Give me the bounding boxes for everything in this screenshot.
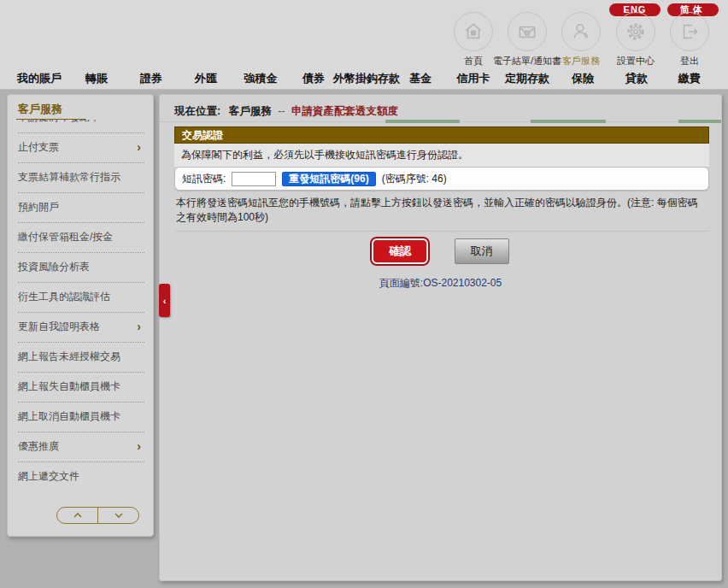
password-serial: (密碼序號: 46) — [382, 172, 447, 186]
chevron-up-icon — [72, 511, 84, 520]
divider-accent-segment — [385, 120, 460, 123]
sidebar-item-cheque-standing-instruction[interactable]: 支票結算補款常行指示 — [18, 163, 144, 193]
sidebar-menu: 申請提前印發結單 止付支票 支票結算補款常行指示 預約開戶 繳付保管箱租金/按金… — [18, 120, 144, 485]
sidebar-item-appointment-account-opening[interactable]: 預約開戶 — [18, 193, 144, 223]
nav-bonds[interactable]: 債券 — [302, 71, 325, 86]
divider-accent-segment — [531, 120, 606, 123]
page-reference-number: 頁面編號:OS-20210302-05 — [160, 276, 721, 291]
sidebar-customer-service: 客戶服務 申請提前印發結單 止付支票 支票結算補款常行指示 預約開戶 繳付保管箱… — [7, 94, 154, 537]
nav-loans[interactable]: 貸款 — [625, 71, 648, 86]
sidebar-item-report-lost-atm-card[interactable]: 網上報失自動櫃員機卡 — [18, 373, 144, 403]
auth-instruction: 為保障閣下的利益，必須先以手機接收短訊密碼進行身份認證。 — [174, 144, 709, 167]
sidebar-item-risk-profiling[interactable]: 投資風險分析表 — [18, 253, 144, 283]
nav-currency-linked-deposit[interactable]: 外幣掛鈎存款 — [333, 71, 400, 86]
sms-code-input[interactable] — [232, 172, 276, 186]
scroll-down-button[interactable] — [98, 508, 138, 523]
nav-insurance[interactable]: 保險 — [572, 71, 594, 86]
sidebar-scroll-control — [56, 507, 139, 524]
nav-time-deposit[interactable]: 定期存款 — [505, 71, 549, 86]
breadcrumb-separator: -- — [278, 105, 285, 117]
sidebar-item-promotions[interactable]: 優惠推廣 — [18, 432, 144, 462]
cancel-button[interactable]: 取消 — [455, 238, 509, 264]
sidebar-title: 客戶服務 — [18, 102, 62, 117]
sidebar-item-derivatives-assessment[interactable]: 衍生工具的認識評估 — [18, 283, 144, 313]
sidebar-item-stop-cheque[interactable]: 止付支票 — [18, 133, 144, 163]
quick-link-label: 登出 — [643, 55, 728, 68]
breadcrumb: 現在位置: 客戶服務 -- 申請資產配套透支額度 — [174, 104, 398, 119]
nav-funds[interactable]: 基金 — [409, 71, 432, 86]
nav-bill-payment[interactable]: 繳費 — [678, 71, 701, 86]
confirm-button[interactable]: 確認 — [372, 238, 428, 264]
transaction-auth-section: 交易認證 為保障閣下的利益，必須先以手機接收短訊密碼進行身份認證。 短訊密碼: … — [174, 126, 709, 232]
nav-mpf[interactable]: 強積金 — [244, 71, 278, 86]
nav-transfer[interactable]: 轉賬 — [85, 71, 108, 86]
sidebar-item-cancel-atm-card[interactable]: 網上取消自動櫃員機卡 — [18, 403, 144, 432]
nav-credit-card[interactable]: 信用卡 — [457, 71, 490, 86]
sidebar-item-self-certification[interactable]: 更新自我證明表格 — [18, 313, 144, 343]
header: ENG 简体 首頁 電子結單/通知書 — [0, 0, 728, 90]
quick-link-logout[interactable]: 登出 — [643, 12, 728, 68]
sidebar-item-safe-deposit-box-rent[interactable]: 繳付保管箱租金/按金 — [18, 223, 144, 253]
sidebar-collapse-tab[interactable] — [159, 284, 170, 317]
page: ENG 简体 首頁 電子結單/通知書 — [0, 0, 728, 588]
section-header: 交易認證 — [174, 126, 709, 144]
sms-code-label: 短訊密碼: — [182, 172, 226, 186]
action-buttons: 確認 取消 — [160, 238, 721, 264]
logout-icon — [670, 12, 709, 51]
scroll-up-button[interactable] — [57, 508, 98, 523]
breadcrumb-prefix: 現在位置: — [174, 105, 220, 117]
sidebar-item-early-statement[interactable]: 申請提前印發結單 — [18, 120, 144, 133]
divider-accent-segment — [678, 120, 721, 123]
sidebar-item-report-unauthorized-transaction[interactable]: 網上報告未經授權交易 — [18, 343, 144, 373]
auth-note: 本行將發送密碼短訊至您的手機號碼，請點擊上方按鈕以發送密碼，並輸入正確的密碼以驗… — [174, 191, 709, 232]
resend-sms-button[interactable]: 重發短訊密碼(96) — [282, 172, 375, 186]
chevron-down-icon — [113, 511, 125, 520]
sms-form-row: 短訊密碼: 重發短訊密碼(96) (密碼序號: 46) — [174, 167, 709, 191]
nav-securities[interactable]: 證券 — [140, 71, 162, 86]
nav-my-accounts[interactable]: 我的賬戶 — [17, 71, 62, 86]
sidebar-item-online-document-submission[interactable]: 網上遞交文件 — [18, 462, 144, 485]
main-content: 現在位置: 客戶服務 -- 申請資產配套透支額度 交易認證 為保障閣下的利益，必… — [159, 94, 722, 581]
breadcrumb-section: 客戶服務 — [229, 105, 272, 117]
nav-fx[interactable]: 外匯 — [195, 71, 217, 86]
breadcrumb-current: 申請資產配套透支額度 — [291, 105, 398, 117]
